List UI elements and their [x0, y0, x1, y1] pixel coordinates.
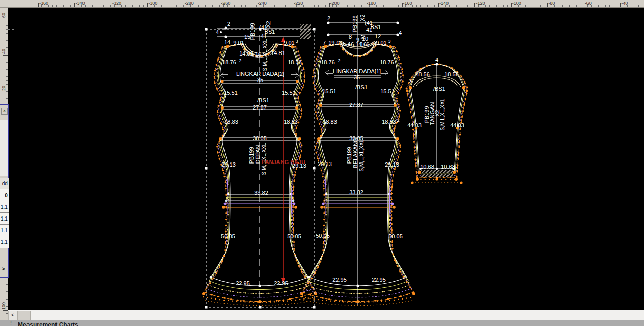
ruler-label: -160 — [403, 1, 412, 6]
pattern-label: 18.76 — [321, 59, 335, 65]
ruler-label: -60 — [585, 1, 592, 6]
pattern-label: 50.05 — [316, 233, 330, 239]
grading-table-cell[interactable]: 1.1 — [0, 236, 9, 248]
panel-expand-arrow[interactable]: > — [2, 266, 5, 272]
pattern-label: 22.95 — [332, 277, 347, 283]
pattern-label: 8 — [349, 34, 352, 40]
pattern-label: 15.51 — [380, 88, 395, 94]
grading-table-cell[interactable]: 1.1 — [0, 225, 9, 236]
pattern-label: 4 — [216, 29, 219, 35]
pattern-label: 18.83 — [323, 119, 337, 125]
ruler-major-tick — [584, 3, 584, 7]
pattern-label: 22.95 — [372, 277, 386, 283]
pattern-label: 9.01 — [233, 40, 244, 46]
pattern-label: 12 — [375, 33, 381, 39]
pattern-label: 2 — [338, 58, 340, 63]
ruler-label: -340 — [75, 1, 85, 6]
pattern-label: 41 — [261, 33, 267, 39]
grading-table-cell[interactable]: 0 — [0, 189, 9, 201]
pattern-label: 15.51 — [223, 90, 238, 96]
pattern-label: 9.01 — [376, 40, 386, 46]
status-bar-title: Measurement Charts — [18, 321, 78, 326]
pattern-label: /BS1 — [355, 84, 368, 90]
pattern-canvas[interactable]: 24PB199X2(41BS14115S,M,L,XL,XXL149.019.0… — [8, 7, 644, 310]
ruler-label: -140 — [439, 1, 449, 6]
pattern-label: 14 — [224, 39, 230, 45]
grading-table-header: dd — [0, 178, 9, 189]
ruler-major-tick — [438, 3, 439, 7]
ruler-label: -260 — [221, 1, 230, 6]
pattern-label: 18.83 — [224, 119, 238, 125]
pattern-label: DEPAN — [255, 145, 261, 164]
panel-close-button[interactable]: × — [1, 108, 8, 115]
ruler-label: -200 — [330, 1, 340, 6]
scroll-left-button[interactable]: < — [8, 311, 17, 320]
pattern-label: S,M,L,XL,XXL — [262, 39, 268, 71]
pattern-label: 50.05 — [388, 233, 403, 239]
ruler-label: -180 — [367, 1, 376, 6]
grading-table: dd 01.11.11.11.1 — [0, 178, 9, 248]
ruler-label: -300 — [148, 1, 157, 6]
scrollbar-thumb[interactable] — [17, 311, 31, 320]
pattern-label: 41 — [366, 26, 372, 33]
pattern-label: PB199 — [346, 147, 352, 164]
pattern-design-app: -360-340-320-300-280-260-240-220-200-180… — [0, 0, 644, 326]
pattern-label: 18.56 — [444, 71, 459, 77]
pattern-label: 14.81 — [239, 50, 254, 57]
ruler-label: -220 — [294, 1, 303, 6]
pattern-label: 18.83 — [284, 119, 298, 125]
pattern-label: LINGKAR DADA[1] — [333, 68, 381, 74]
pattern-label: 18.56 — [415, 71, 430, 77]
pattern-label: 29.13 — [385, 161, 399, 168]
pattern-label: 27.87 — [349, 102, 363, 108]
grading-table-cell[interactable]: 1.1 — [0, 213, 9, 225]
ruler-label: 40 — [1, 45, 6, 58]
pattern-label: 2 — [227, 21, 230, 27]
pattern-label: 22.95 — [274, 280, 288, 286]
pattern-label: 33.82 — [254, 189, 268, 196]
pattern-label: 4 — [399, 30, 402, 36]
ruler-major-tick — [111, 3, 111, 7]
ruler-major-tick — [74, 3, 75, 7]
pattern-label: 2 — [397, 118, 399, 123]
pattern-label: 15.51 — [322, 88, 337, 94]
pattern-label: 29.13 — [221, 161, 236, 168]
pattern-label: 10.68 — [441, 164, 455, 170]
pattern-label: 33.82 — [349, 189, 363, 195]
ruler-major-tick — [184, 3, 184, 7]
ruler-label: 20 — [1, 82, 6, 94]
pattern-label: 29.13 — [318, 161, 332, 167]
ruler-major-tick — [620, 3, 621, 7]
panel-body — [0, 120, 8, 176]
pattern-label: 3 — [409, 78, 412, 84]
status-bar: ⁞ Measurement Charts — [0, 320, 644, 326]
ruler-label: -120 — [475, 1, 485, 6]
ruler-major-tick — [38, 3, 39, 7]
pattern-label: 5.4 — [343, 41, 350, 47]
pattern-label: LINGKAR DADA[2] — [236, 71, 284, 77]
pattern-label: 18.76 — [222, 59, 236, 65]
horizontal-scrollbar[interactable]: < — [8, 310, 644, 320]
pattern-label: 35 — [257, 77, 263, 83]
pattern-label: 14.81 — [271, 50, 285, 56]
pattern-label: S,M,L,XL,XXL — [359, 139, 365, 171]
pattern-label: 16 — [255, 51, 261, 58]
pattern-label: 19.01 — [328, 40, 343, 46]
pattern-label: 18.76 — [288, 59, 302, 65]
pattern-label: 2 — [239, 58, 241, 63]
pattern-label: 4 — [435, 57, 438, 63]
grading-panel[interactable]: × dd 01.11.11.11.1 > — [0, 104, 9, 278]
pattern-label: 50.05 — [221, 233, 235, 239]
ruler-major-tick — [474, 3, 475, 7]
grading-table-cell[interactable]: 1.1 — [0, 201, 9, 213]
ruler-label: -320 — [112, 1, 121, 6]
ruler-major-tick — [511, 3, 512, 7]
ruler-top: -360-340-320-300-280-260-240-220-200-180… — [8, 0, 644, 8]
drafting-area[interactable] — [8, 7, 644, 310]
ruler-major-tick — [402, 3, 403, 7]
pattern-label: PB199 — [352, 15, 358, 32]
grade-hatch — [300, 24, 311, 39]
pattern-label: 2 — [327, 15, 330, 21]
ruler-label: -360 — [39, 1, 48, 6]
ruler-label: -80 — [548, 1, 555, 6]
